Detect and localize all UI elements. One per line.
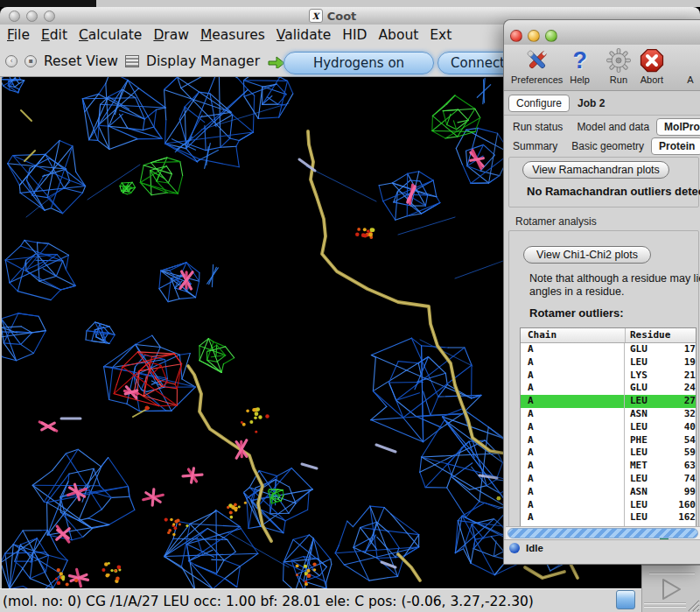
dialog-tab-row-2: Run status Model and data MolProbity <box>504 116 700 137</box>
run-button[interactable]: Run <box>602 47 635 85</box>
panel-groove-line <box>644 602 686 604</box>
table-row[interactable]: ALEU27 <box>521 395 696 408</box>
side-panel-corner <box>641 565 700 612</box>
minimize-dialog-button[interactable] <box>528 30 540 42</box>
menu-ext[interactable]: Ext <box>430 27 452 43</box>
table-body: AGLU17ALEU19ALYS21AGLU24ALEU27AASN32ALEU… <box>521 343 696 535</box>
cell-chain: A <box>521 356 624 369</box>
table-row[interactable]: ALEU160 <box>521 499 696 512</box>
table-row[interactable]: AGLU24 <box>521 382 696 395</box>
menu-calculate[interactable]: Calculate <box>79 27 142 43</box>
forward-view-icon[interactable]: ▪ <box>24 55 37 67</box>
residue-number: 21 <box>667 369 696 383</box>
rotamer-frame: View Chi1-Chi2 plots Note that although … <box>508 230 699 538</box>
view-chi1-chi2-plots-button[interactable]: View Chi1-Chi2 plots <box>523 246 651 264</box>
scrollbar-thumb[interactable] <box>508 528 698 538</box>
menu-hid[interactable]: HID <box>342 27 367 43</box>
residue-number: 17 <box>667 343 696 356</box>
cell-chain: A <box>521 499 624 512</box>
menu-file[interactable]: File <box>7 27 30 43</box>
residue-number: 99 <box>667 486 696 499</box>
zoom-dialog-button[interactable] <box>545 30 557 42</box>
partial-toolbar-icon <box>681 47 700 74</box>
dialog-horizontal-scrollbar[interactable] <box>506 526 700 539</box>
table-row[interactable]: ALYS21 <box>521 369 696 383</box>
abort-button[interactable]: Abort <box>635 47 668 85</box>
x11-icon: X <box>309 9 323 23</box>
table-row[interactable]: ALEU74 <box>521 473 696 486</box>
residue-number: 40 <box>667 421 696 434</box>
hydrogens-toggle-button[interactable]: Hydrogens on <box>284 52 434 74</box>
canvas-left-edge <box>0 77 2 588</box>
menu-edit[interactable]: Edit <box>41 27 67 43</box>
dialog-content: Run status Model and data MolProbity Sum… <box>504 116 700 539</box>
menu-validate[interactable]: Validate <box>276 27 331 43</box>
table-row[interactable]: AASN99 <box>521 486 696 499</box>
dialog-titlebar <box>504 20 700 46</box>
table-row[interactable]: ALEU162 <box>521 511 696 524</box>
tab-protein[interactable]: Protein <box>651 137 700 155</box>
screen: { "window": { "title": "Coot", "menus": … <box>0 0 700 612</box>
residue-number: 74 <box>667 473 696 486</box>
tab-configure[interactable]: Configure <box>508 95 570 112</box>
menu-measures[interactable]: Measures <box>200 27 265 43</box>
back-view-icon[interactable]: ‹ <box>5 55 18 67</box>
reset-view-button[interactable]: Reset View <box>44 53 118 69</box>
column-header-residue[interactable]: Residue <box>625 328 696 342</box>
menu-about[interactable]: About <box>378 27 418 43</box>
preferences-button[interactable]: Preferences <box>508 47 566 85</box>
table-row[interactable]: AGLU17 <box>521 343 696 356</box>
table-row[interactable]: AASN32 <box>521 408 696 421</box>
residue-name: PHE <box>630 434 656 447</box>
cell-residue: LEU40 <box>624 421 696 434</box>
rotamer-analysis-label: Rotamer analysis <box>515 215 700 228</box>
tab-job2[interactable]: Job 2 <box>578 97 605 109</box>
rotamer-outliers-table: Chain Residue AGLU17ALEU19ALYS21AGLU24AL… <box>520 327 696 535</box>
cell-chain: A <box>521 447 624 460</box>
residue-number: 63 <box>667 460 696 473</box>
status-blue-swatch[interactable] <box>616 590 635 609</box>
cell-chain: A <box>521 408 624 421</box>
cell-chain: A <box>521 460 624 473</box>
cell-chain: A <box>521 382 624 395</box>
cell-chain: A <box>521 473 624 486</box>
residue-name: LEU <box>630 395 656 408</box>
cell-residue: ASN32 <box>624 408 696 421</box>
cell-residue: LEU74 <box>624 473 696 486</box>
table-row[interactable]: ALEU40 <box>521 421 696 434</box>
help-label: Help <box>570 74 590 85</box>
view-ramachandran-plots-button[interactable]: View Ramachandran plots <box>522 161 669 179</box>
residue-number: 27 <box>667 395 696 408</box>
table-row[interactable]: ALEU59 <box>521 447 696 460</box>
residue-name: LEU <box>630 499 656 512</box>
close-dialog-button[interactable] <box>510 30 522 42</box>
cell-residue: GLU24 <box>624 382 696 395</box>
expand-triangle-icon[interactable] <box>658 577 684 603</box>
rotamer-note-line1: Note that although a residue may lie <box>529 272 700 285</box>
tab-model-and-data[interactable]: Model and data <box>577 121 649 133</box>
tab-summary[interactable]: Summary <box>513 140 557 152</box>
cell-residue: LEU162 <box>624 511 696 524</box>
cell-residue: GLU17 <box>624 343 696 356</box>
column-header-chain[interactable]: Chain <box>521 328 625 342</box>
table-header-row: Chain Residue <box>521 328 696 343</box>
tab-run-status[interactable]: Run status <box>513 121 563 133</box>
menu-draw[interactable]: Draw <box>153 27 189 43</box>
display-manager-icon[interactable] <box>125 55 139 67</box>
resize-grip[interactable] <box>686 598 700 612</box>
table-row[interactable]: AMET63 <box>521 460 696 473</box>
abort-label: Abort <box>640 74 663 85</box>
table-row[interactable]: ALEU19 <box>521 356 696 369</box>
main-status-bar: (mol. no: 0) CG /1/A/27 LEU occ: 1.00 bf… <box>0 588 700 612</box>
residue-number: 24 <box>667 382 696 395</box>
help-button[interactable]: ? Help <box>566 47 593 85</box>
dialog-tab-row-3: Summary Basic geometry Protein Clashes <box>504 137 700 155</box>
help-icon: ? <box>572 47 587 74</box>
partial-toolbar-button[interactable]: A <box>677 47 700 85</box>
cell-residue: PHE54 <box>624 434 696 447</box>
display-manager-button[interactable]: Display Manager <box>146 53 260 69</box>
tab-molprobity[interactable]: MolProbity <box>656 118 700 136</box>
tab-basic-geometry[interactable]: Basic geometry <box>571 140 644 152</box>
table-row[interactable]: APHE54 <box>521 434 696 447</box>
rotamer-note-line2: angles in a residue. <box>529 285 624 298</box>
